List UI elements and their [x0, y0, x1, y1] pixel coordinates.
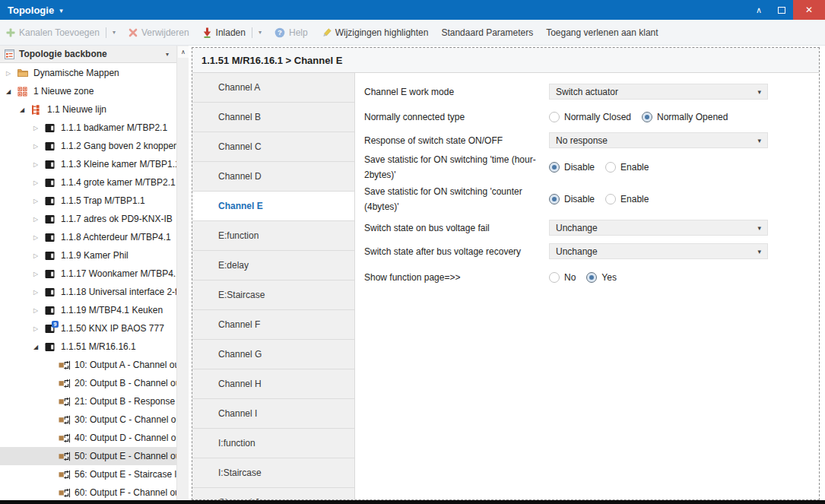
radio-enable[interactable]: Enable	[605, 162, 649, 173]
expand-arrow-icon[interactable]: ▷	[33, 216, 45, 223]
tree-item-30-output-c-channel-output[interactable]: 30: Output C - Channel output	[0, 410, 176, 429]
device-icon	[45, 141, 59, 151]
radio-normally-opened[interactable]: Normally Opened	[642, 112, 728, 122]
toolbar-kanalen-toevoegen-button[interactable]: Kanalen Toevoegen▾	[6, 27, 116, 38]
expand-arrow-icon[interactable]: ▷	[33, 271, 45, 277]
tree-item-1-1-18-universal-interface-2-fold[interactable]: ▷1.1.18 Universal interface 2-fold	[0, 283, 176, 301]
tree-item-1-1-19-m-tbp4-1-keuken[interactable]: ▷1.1.19 M/TBP4.1 Keuken	[0, 301, 176, 319]
radio-label: Enable	[620, 194, 649, 204]
tree-item-1-nieuwe-zone[interactable]: ◢1 Nieuwe zone	[0, 82, 176, 100]
tab-i-function[interactable]: I:function	[192, 429, 354, 458]
expand-arrow-icon[interactable]: ▷	[33, 252, 45, 259]
chevron-down-icon[interactable]: ▾	[259, 29, 262, 36]
collapse-arrow-icon[interactable]: ◢	[33, 344, 45, 350]
chevron-down-icon: ▾	[757, 224, 761, 232]
expand-arrow-icon[interactable]: ▷	[33, 161, 45, 168]
chevron-down-icon[interactable]: ▾	[113, 29, 116, 36]
tree-item-1-1-9-kamer-phil[interactable]: ▷1.1.9 Kamer Phil	[0, 246, 176, 265]
view-title-dropdown[interactable]: Topologie ▾	[0, 5, 63, 16]
dropdown-value: Switch actuator	[556, 87, 618, 97]
tree-item-40-output-d-channel-output[interactable]: 40: Output D - Channel output	[0, 429, 176, 447]
maximize-button[interactable]	[770, 0, 793, 20]
tree-item-1-1-3-kleine-kamer-m-tbp1-1[interactable]: ▷1.1.3 Kleine kamer M/TBP1.1	[0, 155, 176, 173]
tree-scrollbar[interactable]: ∧	[176, 46, 189, 500]
toolbar-toegang-verlenen-aan-klant-button[interactable]: Toegang verlenen aan klant	[546, 27, 658, 38]
tree-item-21-output-b-response-stat[interactable]: 21: Output B - Response stat...	[0, 392, 176, 410]
sidebar-header[interactable]: Topologie backbone ▾	[0, 46, 176, 63]
toolbar-label: Wijzigingen highlighten	[335, 27, 429, 38]
tree-item-dynamische-mappen[interactable]: ▷Dynamische Mappen	[0, 64, 176, 82]
tree-item-10-output-a-channel-output[interactable]: 10: Output A - Channel output	[0, 356, 176, 374]
expand-arrow-icon[interactable]: ▷	[33, 307, 45, 314]
chevron-down-icon: ▾	[59, 7, 63, 14]
toolbar-verwijderen-button[interactable]: Verwijderen	[129, 27, 189, 38]
close-button[interactable]: ✕	[793, 0, 825, 20]
toolbar-wijzigingen-highlighten-button[interactable]: Wijzigingen highlighten	[321, 27, 429, 38]
chevron-down-icon: ▾	[757, 248, 761, 255]
radio-disable[interactable]: Disable	[549, 194, 595, 204]
expand-arrow-icon[interactable]: ▷	[33, 198, 45, 204]
tree-item-label: 1.1.7 adres ok PD9-KNX-IB	[61, 214, 173, 224]
expand-arrow-icon[interactable]: ▷	[33, 325, 45, 332]
tree-item-20-output-b-channel-output[interactable]: 20: Output B - Channel output	[0, 374, 176, 392]
tree-item-1-1-4-grote-kamer-m-tbp2-1[interactable]: ▷1.1.4 grote kamer M/TBP2.1	[0, 173, 176, 192]
param-label: Response of switch state ON/OFF	[364, 133, 549, 148]
expand-arrow-icon[interactable]: ▷	[33, 143, 45, 150]
tree-item-1-1-5-trap-m-tbp1-1[interactable]: ▷1.1.5 Trap M/TBP1.1	[0, 192, 176, 210]
device-icon	[45, 287, 59, 297]
tree-item-60-output-f-channel-output[interactable]: 60: Output F - Channel output	[0, 483, 176, 500]
tree-item-56-output-e-staircase-light[interactable]: 56: Output E - Staircase light	[0, 465, 176, 483]
expand-arrow-icon[interactable]: ▷	[33, 179, 45, 186]
tree-item-1-1-17-woonkamer-m-tbp4-1[interactable]: ▷1.1.17 Woonkamer M/TBP4.1	[0, 265, 176, 283]
tab-i-staircase[interactable]: I:Staircase	[192, 458, 354, 488]
tree-item-1-1-1-badkamer-m-tbp2-1[interactable]: ▷1.1.1 badkamer M/TBP2.1	[0, 119, 176, 137]
tree-item-1-1-7-adres-ok-pd9-knx-ib[interactable]: ▷1.1.7 adres ok PD9-KNX-IB	[0, 210, 176, 228]
toolbar-inladen-button[interactable]: Inladen▾	[202, 27, 262, 38]
tab-channel-j[interactable]: Channel J	[192, 488, 354, 499]
tree-item-50-output-e-channel-output[interactable]: 50: Output E - Channel output	[0, 447, 176, 465]
switch-state-on-bus-voltage-fail-dropdown[interactable]: Unchange▾	[549, 220, 768, 236]
tab-channel-a[interactable]: Channel A	[192, 73, 354, 103]
radio-normally-closed[interactable]: Normally Closed	[549, 112, 631, 122]
tab-channel-c[interactable]: Channel C	[192, 132, 354, 162]
radio-enable[interactable]: Enable	[605, 194, 649, 204]
tab-channel-e[interactable]: Channel E	[192, 192, 354, 221]
tab-e-delay[interactable]: E:delay	[192, 251, 354, 281]
tree-item-1-1-nieuwe-lijn[interactable]: ◢1.1 Nieuwe lijn	[0, 100, 176, 119]
expand-arrow-icon[interactable]: ▷	[33, 289, 45, 296]
download-icon	[202, 27, 212, 38]
channel-e-work-mode-dropdown[interactable]: Switch actuator▾	[549, 84, 768, 100]
scroll-up-button[interactable]: ∧	[178, 46, 189, 58]
expand-arrow-icon[interactable]: ▷	[6, 70, 17, 77]
collapse-arrow-icon[interactable]: ◢	[6, 88, 17, 95]
tab-channel-f[interactable]: Channel F	[192, 310, 354, 340]
tab-e-staircase[interactable]: E:Staircase	[192, 281, 354, 310]
tree-item-1-1-50-knx-ip-baos-777[interactable]: ▷91.1.50 KNX IP BAOS 777	[0, 319, 176, 338]
param-list: Channel E work modeSwitch actuator▾Norma…	[355, 73, 819, 499]
toolbar-standaard-parameters-button[interactable]: Standaard Parameters	[441, 27, 533, 38]
tree-item-1-1-51-m-r16-16-1[interactable]: ◢1.1.51 M/R16.16.1	[0, 338, 176, 356]
tab-e-function[interactable]: E:function	[192, 221, 354, 251]
radio-disable[interactable]: Disable	[549, 162, 595, 173]
tab-channel-h[interactable]: Channel H	[192, 369, 354, 399]
toolbar-help-button[interactable]: ?Help	[274, 27, 308, 38]
radio-no[interactable]: No	[549, 272, 576, 283]
tree-item-1-1-2-gang-boven-2-knoppen[interactable]: ▷1.1.2 Gang boven 2 knoppen...	[0, 137, 176, 155]
expand-arrow-icon[interactable]: ▷	[33, 125, 45, 132]
collapse-button[interactable]: ∧	[747, 0, 770, 20]
response-of-switch-state-on-off-dropdown[interactable]: No response▾	[549, 132, 768, 148]
expand-arrow-icon[interactable]: ▷	[33, 234, 45, 241]
switch-state-after-bus-voltage-recovery-dropdown[interactable]: Unchange▾	[549, 243, 768, 259]
chevron-down-icon: ▾	[757, 137, 761, 144]
tab-channel-d[interactable]: Channel D	[192, 162, 354, 192]
param-label: Show function page=>>	[364, 270, 549, 285]
collapse-arrow-icon[interactable]: ◢	[20, 106, 31, 113]
tree-item-label: 1.1.9 Kamer Phil	[61, 250, 129, 261]
tab-channel-g[interactable]: Channel G	[192, 340, 354, 369]
tab-channel-b[interactable]: Channel B	[192, 103, 354, 132]
tree-item-1-1-8-achterdeur-m-tbp4-1[interactable]: ▷1.1.8 Achterdeur M/TBP4.1	[0, 228, 176, 246]
device-icon	[45, 123, 59, 133]
chevron-down-icon[interactable]: ▾	[166, 51, 172, 58]
tab-channel-i[interactable]: Channel I	[192, 399, 354, 429]
radio-yes[interactable]: Yes	[586, 272, 617, 283]
